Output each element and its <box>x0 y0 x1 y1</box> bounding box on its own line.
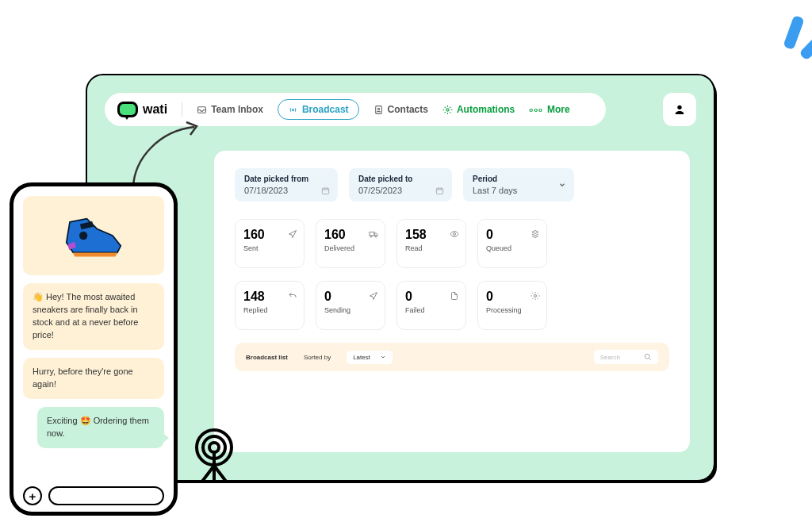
antenna-icon <box>190 428 238 483</box>
chat-message-reply: Exciting 🤩 Ordering them now. <box>37 407 164 448</box>
nav-label: Automations <box>457 104 515 115</box>
list-title: Broadcast list <box>246 354 288 361</box>
svg-point-17 <box>79 232 87 240</box>
send-icon <box>288 229 297 239</box>
inbox-icon <box>197 105 207 115</box>
svg-point-11 <box>454 233 456 236</box>
metrics-row-1: 160Sent 160Delivered 158Read 0Queued <box>235 219 669 268</box>
nav-automations[interactable]: Automations <box>442 104 515 115</box>
nav-label: Broadcast <box>302 104 349 115</box>
brand-name: wati <box>143 102 167 117</box>
metric-sending: 0Sending <box>316 281 385 330</box>
calendar-icon <box>435 186 444 195</box>
metrics-row-2: 148Replied 0Sending 0Failed 0Processing <box>235 281 669 330</box>
phone-input-row: + <box>23 486 164 505</box>
profile-button[interactable] <box>663 93 696 126</box>
filter-label: Period <box>473 175 565 183</box>
nav-contacts[interactable]: Contacts <box>373 104 428 115</box>
stack-icon <box>530 229 540 239</box>
message-input[interactable] <box>48 486 164 505</box>
sending-icon <box>369 291 378 301</box>
automations-icon <box>442 105 453 115</box>
search-icon <box>644 353 652 361</box>
nav-label: Contacts <box>388 104 428 115</box>
svg-point-4 <box>446 108 449 110</box>
eye-icon <box>450 229 459 239</box>
svg-point-5 <box>677 106 681 109</box>
product-image-card <box>23 196 164 275</box>
metric-failed: 0Failed <box>396 281 466 330</box>
search-placeholder: Search <box>600 354 620 361</box>
metric-queued: 0Queued <box>477 219 547 268</box>
truck-icon <box>369 229 378 239</box>
nav-team-inbox[interactable]: Team Inbox <box>197 104 263 115</box>
calendar-icon <box>321 186 330 195</box>
chat-message-outgoing: 👋 Hey! The most awaited sneakers are fin… <box>23 283 164 350</box>
svg-point-3 <box>377 108 379 109</box>
decorative-arrow <box>127 119 206 190</box>
date-from-picker[interactable]: Date picked from 07/18/2023 <box>235 168 338 202</box>
date-to-picker[interactable]: Date picked to 07/25/2023 <box>349 168 452 202</box>
sort-value: Latest <box>353 354 370 361</box>
nav-label: More <box>547 104 570 115</box>
sneaker-image <box>58 212 129 259</box>
more-icon: ooo <box>529 106 543 113</box>
broadcast-icon <box>288 105 298 115</box>
broadcast-panel: Date picked from 07/18/2023 Date picked … <box>214 151 690 452</box>
metric-replied: 148Replied <box>235 281 304 330</box>
broadcast-list-bar: Broadcast list Sorted by Latest Search <box>235 343 669 371</box>
logo-icon <box>117 102 138 117</box>
metric-delivered: 160Delivered <box>316 219 385 268</box>
sort-select[interactable]: Latest <box>347 351 393 364</box>
separator <box>182 102 182 117</box>
chevron-down-icon <box>380 354 386 360</box>
filter-row: Date picked from 07/18/2023 Date picked … <box>235 168 669 202</box>
contacts-icon <box>373 105 384 115</box>
svg-rect-8 <box>370 232 374 236</box>
metric-read: 158Read <box>396 219 466 268</box>
nav-more[interactable]: ooo More <box>529 104 569 115</box>
svg-point-1 <box>292 109 293 110</box>
sort-label: Sorted by <box>304 354 331 361</box>
nav-label: Team Inbox <box>211 104 263 115</box>
metric-sent: 160Sent <box>235 219 304 268</box>
attach-button[interactable]: + <box>23 486 42 505</box>
svg-point-9 <box>370 236 372 237</box>
phone-mock: 👋 Hey! The most awaited sneakers are fin… <box>10 182 178 516</box>
reply-icon <box>288 291 297 301</box>
svg-point-10 <box>375 236 377 237</box>
svg-point-14 <box>209 443 219 452</box>
brand-logo: wati <box>117 102 167 117</box>
filter-label: Date picked to <box>358 175 442 183</box>
chevron-down-icon <box>558 181 566 189</box>
filter-value: 07/18/2023 <box>244 186 328 195</box>
metric-processing: 0Processing <box>477 281 547 330</box>
svg-rect-7 <box>436 188 442 194</box>
period-select[interactable]: Period Last 7 days <box>463 168 574 202</box>
gear-icon <box>530 291 540 301</box>
chat-message-outgoing: Hurry, before they're gone again! <box>23 358 164 399</box>
filter-value: Last 7 days <box>473 186 565 195</box>
svg-point-13 <box>645 354 649 359</box>
nav-broadcast[interactable]: Broadcast <box>278 99 359 120</box>
svg-rect-6 <box>322 188 328 194</box>
svg-point-12 <box>534 295 537 297</box>
filter-label: Date picked from <box>244 175 328 183</box>
search-input[interactable]: Search <box>594 350 658 364</box>
user-icon <box>673 103 686 116</box>
filter-value: 07/25/2023 <box>358 186 442 195</box>
file-icon <box>450 291 459 301</box>
